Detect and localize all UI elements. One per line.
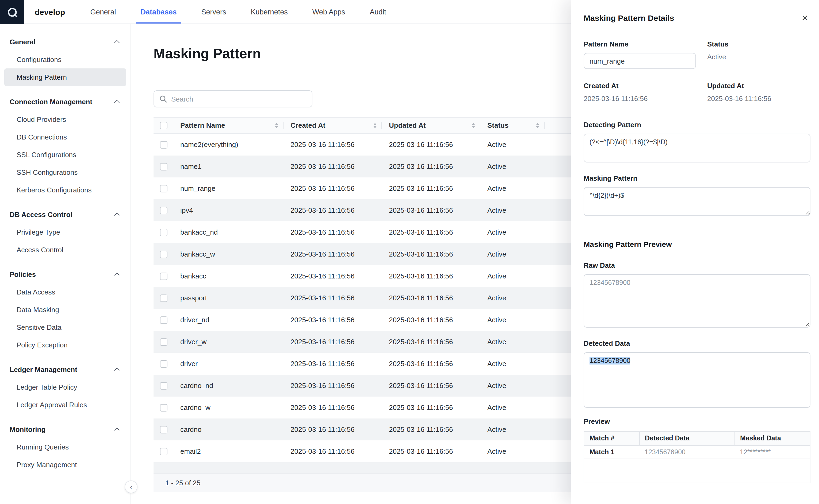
sidebar-section-monitoring[interactable]: Monitoring xyxy=(0,420,130,438)
cell-created-at: 2025-03-16 11:16:56 xyxy=(284,287,382,309)
search-input[interactable] xyxy=(171,95,307,103)
section-title: Policies xyxy=(10,270,36,278)
cell-created-at: 2025-03-16 11:16:56 xyxy=(284,374,382,396)
preview-masked: 12********* xyxy=(735,445,810,459)
close-button[interactable]: ✕ xyxy=(799,12,810,24)
preview-section-title: Masking Pattern Preview xyxy=(583,240,810,249)
row-checkbox[interactable] xyxy=(160,382,167,390)
raw-data-textarea[interactable]: 12345678900 xyxy=(583,274,810,328)
sidebar-section-connection-management[interactable]: Connection Management xyxy=(0,92,130,111)
cell-status: Active xyxy=(480,440,544,462)
sidebar-item-ssh-configurations[interactable]: SSH Configurations xyxy=(0,164,130,181)
sort-icon[interactable] xyxy=(536,123,539,128)
row-checkbox[interactable] xyxy=(160,273,167,280)
sidebar-item-cloud-providers[interactable]: Cloud Providers xyxy=(0,111,130,128)
row-checkbox[interactable] xyxy=(160,316,167,324)
sidebar-item-masking-pattern[interactable]: Masking Pattern xyxy=(4,68,126,86)
nav-tab-web-apps[interactable]: Web Apps xyxy=(300,0,358,24)
cell-status: Active xyxy=(480,155,544,177)
row-checkbox[interactable] xyxy=(160,163,167,170)
sidebar-item-running-queries[interactable]: Running Queries xyxy=(0,438,130,456)
column-label: Status xyxy=(487,121,508,129)
sidebar-section-db-access-control[interactable]: DB Access Control xyxy=(0,205,130,223)
row-checkbox[interactable] xyxy=(160,207,167,214)
detected-data-highlighted-value: 12345678900 xyxy=(589,357,631,365)
nav-tab-databases[interactable]: Databases xyxy=(128,0,189,24)
cell-status: Active xyxy=(480,352,544,374)
nav-tab-general[interactable]: General xyxy=(78,0,128,24)
sidebar-item-privilege-type[interactable]: Privilege Type xyxy=(0,223,130,241)
column-label: Updated At xyxy=(389,121,426,129)
cell-pattern-name: cardno xyxy=(173,418,284,440)
select-all-checkbox[interactable] xyxy=(160,122,167,130)
sort-icon[interactable] xyxy=(373,123,377,128)
sidebar-nav: GeneralConfigurationsMasking PatternConn… xyxy=(0,33,130,474)
column-header-created-at[interactable]: Created At xyxy=(284,117,382,133)
sidebar-item-configurations[interactable]: Configurations xyxy=(0,51,130,68)
preview-header-row: Match # Detected Data Masked Data xyxy=(584,432,810,445)
row-checkbox[interactable] xyxy=(160,251,167,258)
cell-pattern-name: num_range xyxy=(173,177,284,199)
cell-updated-at: 2025-03-16 11:16:56 xyxy=(382,396,480,418)
sidebar-item-db-connections[interactable]: DB Connections xyxy=(0,128,130,146)
sidebar-item-access-control[interactable]: Access Control xyxy=(0,241,130,259)
cell-created-at: 2025-03-16 11:16:56 xyxy=(284,243,382,265)
row-checkbox[interactable] xyxy=(160,426,167,433)
sidebar-item-data-access[interactable]: Data Access xyxy=(0,283,130,301)
detecting-pattern-textarea[interactable]: (?<=^|\D)\d{11,16}(?=$|\D) xyxy=(583,134,810,162)
row-checkbox[interactable] xyxy=(160,294,167,302)
pattern-name-input[interactable] xyxy=(583,53,696,69)
row-checkbox[interactable] xyxy=(160,360,167,368)
nav-tab-kubernetes[interactable]: Kubernetes xyxy=(239,0,300,24)
raw-data-label: Raw Data xyxy=(583,261,810,269)
sidebar-item-kerberos-configurations[interactable]: Kerberos Configurations xyxy=(0,181,130,199)
sidebar-item-policy-exception[interactable]: Policy Exception xyxy=(0,336,130,354)
sidebar-section-general[interactable]: General xyxy=(0,33,130,51)
workspace-name: develop xyxy=(24,0,78,24)
sidebar-item-data-masking[interactable]: Data Masking xyxy=(0,301,130,319)
cell-status: Active xyxy=(480,243,544,265)
sidebar-item-ledger-table-policy[interactable]: Ledger Table Policy xyxy=(0,378,130,396)
row-checkbox[interactable] xyxy=(160,185,167,192)
app-logo[interactable] xyxy=(0,0,24,24)
cell-updated-at: 2025-03-16 11:16:56 xyxy=(382,440,480,462)
column-header-pattern-name[interactable]: Pattern Name xyxy=(173,117,284,133)
cell-updated-at: 2025-03-16 11:16:56 xyxy=(382,221,480,243)
detail-fields: Pattern Name Status Active Created At 20… xyxy=(583,40,810,103)
chevron-up-icon xyxy=(114,100,119,105)
drawer-title: Masking Pattern Details xyxy=(583,13,674,22)
sidebar-section-ledger-management[interactable]: Ledger Management xyxy=(0,360,130,378)
masking-pattern-label: Masking Pattern xyxy=(583,174,810,182)
preview-column-match: Match # xyxy=(584,432,639,445)
cell-created-at: 2025-03-16 11:16:56 xyxy=(284,418,382,440)
sidebar-item-sensitive-data[interactable]: Sensitive Data xyxy=(0,319,130,336)
row-checkbox[interactable] xyxy=(160,141,167,149)
sort-icon[interactable] xyxy=(472,123,475,128)
sidebar-item-ssl-configurations[interactable]: SSL Configurations xyxy=(0,146,130,164)
sidebar-item-proxy-management[interactable]: Proxy Management xyxy=(0,456,130,474)
column-header-status[interactable]: Status xyxy=(480,117,544,133)
sidebar-collapse-button[interactable]: ‹ xyxy=(125,480,137,493)
column-header-updated-at[interactable]: Updated At xyxy=(382,117,480,133)
cell-created-at: 2025-03-16 11:16:56 xyxy=(284,309,382,331)
search-box[interactable] xyxy=(153,90,312,107)
row-checkbox[interactable] xyxy=(160,448,167,455)
status-label: Status xyxy=(707,40,810,48)
cell-pattern-name: name1 xyxy=(173,155,284,177)
nav-tab-audit[interactable]: Audit xyxy=(357,0,399,24)
row-checkbox[interactable] xyxy=(160,338,167,346)
cell-status: Active xyxy=(480,374,544,396)
row-checkbox[interactable] xyxy=(160,404,167,412)
cell-pattern-name: cardno_nd xyxy=(173,374,284,396)
detected-data-box[interactable]: 12345678900 xyxy=(583,352,810,408)
cell-pattern-name: bankacc xyxy=(173,265,284,287)
sidebar-item-ledger-approval-rules[interactable]: Ledger Approval Rules xyxy=(0,396,130,414)
cell-pattern-name: driver xyxy=(173,352,284,374)
sidebar-section-policies[interactable]: Policies xyxy=(0,265,130,283)
sort-icon[interactable] xyxy=(275,123,278,128)
nav-tab-servers[interactable]: Servers xyxy=(189,0,239,24)
row-checkbox[interactable] xyxy=(160,229,167,236)
masking-pattern-textarea[interactable]: ^\d{2}(\d+)$ xyxy=(583,187,810,216)
header-checkbox-cell xyxy=(153,117,173,133)
cell-updated-at: 2025-03-16 11:16:56 xyxy=(382,177,480,199)
